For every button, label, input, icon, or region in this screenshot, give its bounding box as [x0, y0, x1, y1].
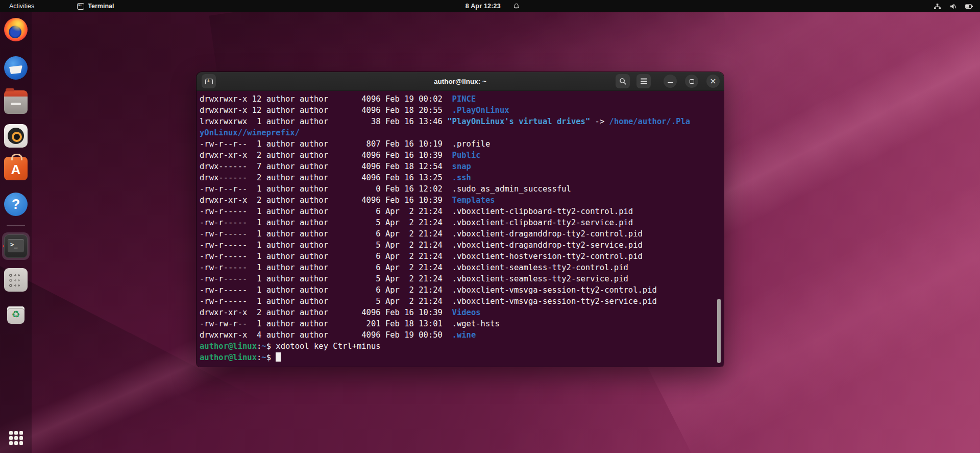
system-status-menu[interactable] — [934, 0, 980, 12]
terminal-screen[interactable]: drwxrwxr-x 12 author author 4096 Feb 19 … — [197, 91, 724, 367]
terminal-line: -rw-r----- 1 author author 5 Apr 2 21:24… — [200, 240, 721, 251]
clock-label: 8 Apr 12:23 — [465, 3, 501, 10]
dock-item-ubuntu-software[interactable] — [4, 157, 28, 180]
new-tab-icon — [205, 79, 213, 84]
dock-item-trash[interactable] — [4, 302, 28, 326]
dock-item-files[interactable] — [4, 90, 28, 114]
new-tab-button[interactable] — [202, 74, 216, 88]
battery-icon — [965, 4, 972, 9]
thunderbird-icon — [4, 56, 28, 80]
show-applications-icon — [9, 431, 23, 445]
terminal-window: author@linux: ~ × — [197, 72, 724, 367]
terminal-line: drwx------ 2 author author 4096 Feb 16 1… — [200, 172, 721, 183]
dock-divider — [7, 225, 25, 226]
terminal-line: -rw-r----- 1 author author 6 Apr 2 21:24… — [200, 228, 721, 240]
terminal-line: drwxrwxr-x 12 author author 4096 Feb 18 … — [200, 105, 721, 116]
terminal-line: drwxr-xr-x 2 author author 4096 Feb 16 1… — [200, 307, 721, 318]
top-bar: Activities Terminal 8 Apr 12:23 — [0, 0, 980, 12]
minimize-icon — [668, 82, 673, 83]
dock — [0, 12, 32, 453]
trash-icon — [4, 302, 28, 326]
dock-item-help[interactable] — [4, 193, 28, 216]
terminal-line: drwxrwxr-x 4 author author 4096 Feb 19 0… — [200, 329, 721, 341]
hamburger-menu-icon — [641, 81, 647, 82]
terminal-line: drwxr-xr-x 2 author author 4096 Feb 16 1… — [200, 195, 721, 206]
focused-app-menu[interactable]: Terminal — [72, 0, 119, 12]
terminal-line: drwx------ 7 author author 4096 Feb 18 1… — [200, 161, 721, 172]
show-applications-button[interactable] — [4, 426, 28, 449]
terminal-line: yOnLinux//wineprefix/ — [200, 127, 721, 138]
terminal-line: lrwxrwxrwx 1 author author 38 Feb 16 13:… — [200, 116, 721, 127]
maximize-icon — [690, 79, 694, 84]
menu-button[interactable] — [636, 74, 651, 88]
activities-button[interactable]: Activities — [0, 0, 41, 12]
terminal-line: author@linux:~$ — [200, 352, 721, 363]
dock-item-firefox[interactable] — [4, 18, 28, 41]
dock-item-terminal[interactable] — [2, 232, 30, 260]
terminal-line: -rw-r----- 1 author author 5 Apr 2 21:24… — [200, 296, 721, 307]
clock-menu[interactable]: 8 Apr 12:23 — [465, 0, 520, 12]
terminal-line: -rw-r----- 1 author author 6 Apr 2 21:24… — [200, 284, 721, 296]
firefox-icon — [4, 18, 28, 41]
terminal-line: -rw-r----- 1 author author 5 Apr 2 21:24… — [200, 217, 721, 228]
terminal-line: -rw-r----- 1 author author 6 Apr 2 21:24… — [200, 262, 721, 273]
minimize-button[interactable] — [664, 75, 677, 88]
focused-app-label: Terminal — [88, 3, 114, 10]
dock-item-thunderbird[interactable] — [4, 56, 28, 80]
desktop: Activities Terminal 8 Apr 12:23 — [0, 0, 980, 453]
terminal-app-icon — [77, 3, 84, 10]
terminal-line: -rw-rw-r-- 1 author author 201 Feb 18 13… — [200, 318, 721, 329]
maximize-button[interactable] — [685, 75, 698, 88]
terminal-titlebar[interactable]: author@linux: ~ × — [197, 72, 724, 91]
terminal-line: drwxr-xr-x 2 author author 4096 Feb 16 1… — [200, 150, 721, 161]
terminal-line: -rw-r--r-- 1 author author 0 Feb 16 12:0… — [200, 183, 721, 195]
utility-app-icon — [4, 268, 28, 292]
close-icon: × — [709, 77, 716, 85]
search-button[interactable] — [616, 74, 630, 88]
terminal-line: drwxrwxr-x 12 author author 4096 Feb 19 … — [200, 93, 721, 105]
scrollbar-thumb[interactable] — [717, 299, 721, 363]
terminal-line: -rw-r----- 1 author author 5 Apr 2 21:24… — [200, 273, 721, 284]
dock-item-rhythmbox[interactable] — [4, 124, 28, 148]
dock-item-utility-app[interactable] — [4, 268, 28, 292]
terminal-icon — [4, 234, 28, 258]
volume-muted-icon — [949, 3, 957, 10]
terminal-cursor — [276, 352, 280, 362]
terminal-line: -rw-r----- 1 author author 6 Apr 2 21:24… — [200, 251, 721, 262]
notification-bell-icon — [513, 3, 520, 10]
rhythmbox-icon — [4, 124, 28, 148]
ubuntu-software-icon — [4, 157, 28, 180]
terminal-output: drwxrwxr-x 12 author author 4096 Feb 19 … — [200, 93, 721, 363]
terminal-line: -rw-r--r-- 1 author author 807 Feb 16 10… — [200, 138, 721, 150]
help-icon — [4, 193, 28, 216]
terminal-line: -rw-r----- 1 author author 6 Apr 2 21:24… — [200, 206, 721, 217]
close-button[interactable]: × — [706, 75, 720, 88]
search-icon — [619, 78, 627, 85]
network-wired-icon — [934, 3, 941, 10]
terminal-line: author@linux:~$ xdotool key Ctrl+minus — [200, 341, 721, 352]
files-icon — [4, 90, 28, 114]
